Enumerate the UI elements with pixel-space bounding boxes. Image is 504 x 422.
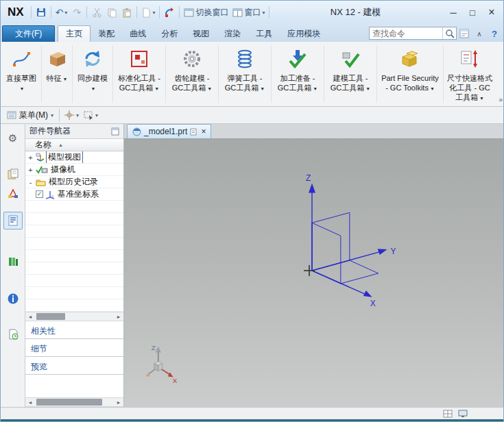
ribbon-group-machining-prep[interactable]: 加工准备 - GC工具箱▼	[272, 43, 323, 105]
scrollbar-track[interactable]	[35, 312, 114, 321]
tab-analysis[interactable]: 分析	[154, 26, 185, 42]
tab-render[interactable]: 渲染	[217, 26, 248, 42]
tree-empty-row	[25, 225, 123, 238]
hd3d-tools-button[interactable]	[3, 290, 23, 308]
assemblies-tool-button[interactable]	[162, 4, 177, 21]
menu-button[interactable]: 菜单(M) ▾	[3, 108, 57, 122]
tree-column-header[interactable]: 名称 ▲	[25, 139, 123, 151]
model-view: Z Y X Z X	[124, 139, 503, 407]
separator	[271, 45, 272, 103]
tree-item-label: 摄像机	[49, 164, 77, 175]
scroll-left-icon[interactable]: ◄	[25, 398, 35, 406]
copy-button[interactable]	[104, 4, 119, 21]
graphics-canvas[interactable]: Z Y X Z X	[124, 139, 503, 407]
scroll-right-icon[interactable]: ►	[114, 312, 123, 321]
tab-file[interactable]: 文件(F)	[2, 25, 55, 42]
tree-row-model-history[interactable]: - 模型历史记录	[25, 176, 123, 188]
sort-ascending-icon: ▲	[58, 142, 63, 147]
spring-tools-icon	[235, 46, 255, 72]
csys-z-label: Z	[306, 173, 311, 183]
selection-filter-button[interactable]: ▾	[81, 107, 100, 123]
ribbon-group-spring-tools[interactable]: 弹簧工具 - GC工具箱▼	[219, 43, 270, 105]
search-input[interactable]	[370, 28, 442, 38]
paste-button[interactable]	[119, 4, 134, 21]
ribbon-group-gear-modeling[interactable]: 齿轮建模 - GC工具箱▼	[167, 43, 217, 105]
switch-window-label: 切换窗口	[195, 7, 228, 18]
ribbon-group-feature[interactable]: 特征▼	[43, 43, 71, 105]
panel-pin-icon	[111, 127, 119, 136]
part-navigator-button[interactable]	[3, 212, 23, 229]
ribbon-group-dimension-format-tools[interactable]: 尺寸快速格式化工具 - GC工具箱▼	[444, 43, 495, 105]
window-menu-button[interactable]: 窗口 ▾	[230, 4, 267, 21]
redo-button[interactable]: ↷	[69, 4, 84, 21]
expander-icon[interactable]: +	[27, 153, 34, 162]
ribbon-group-standardize-tools[interactable]: 标准化工具 - GC工具箱▼	[114, 43, 165, 105]
history-button[interactable]	[3, 325, 23, 343]
tab-curve[interactable]: 曲线	[122, 26, 154, 42]
document-tab[interactable]: _model1.prt ×	[127, 124, 211, 138]
ribbon-group-part-file-security[interactable]: Part File Security - GC Toolkits▼	[378, 43, 442, 105]
scroll-left-icon[interactable]: ◄	[25, 312, 35, 321]
part-navigator-title: 部件导航器	[29, 125, 71, 137]
scroll-right-icon[interactable]: ►	[114, 398, 123, 406]
ribbon-overflow-icon[interactable]: »	[499, 96, 503, 103]
constraint-navigator-button[interactable]	[3, 184, 23, 202]
assembly-navigator-button[interactable]	[3, 165, 23, 183]
resource-settings-button[interactable]: ⚙	[3, 129, 23, 147]
ribbon-group-synchronous-modeling[interactable]: 同步建模▼	[73, 43, 112, 105]
tab-home[interactable]: 主页	[58, 25, 91, 42]
tab-close-icon[interactable]: ×	[201, 127, 206, 136]
section-details[interactable]: 细节	[25, 341, 123, 357]
close-button[interactable]: ×	[482, 4, 501, 21]
visibility-checkbox[interactable]: ✓	[36, 190, 43, 198]
section-dependencies[interactable]: 相关性	[25, 323, 123, 339]
reuse-library-button[interactable]	[3, 253, 23, 271]
panel-pin-button[interactable]	[111, 127, 119, 136]
ribbon-group-label: 直接草图▼	[4, 74, 38, 93]
scrollbar-thumb[interactable]	[36, 313, 65, 320]
tab-tools[interactable]: 工具	[248, 26, 280, 42]
tree-horizontal-scrollbar[interactable]: ◄ ►	[25, 312, 123, 321]
scrollbar-track[interactable]	[35, 398, 114, 406]
window-bottom-edge	[1, 419, 503, 421]
new-document-button[interactable]: ▾	[139, 4, 157, 21]
ribbon-group-label: 标准化工具 - GC工具箱▼	[116, 74, 163, 93]
grid-display-button[interactable]	[443, 410, 453, 418]
scrollbar-thumb[interactable]	[36, 399, 102, 406]
ribbon-group-direct-sketch[interactable]: 直接草图▼	[2, 43, 40, 105]
tab-assemblies[interactable]: 装配	[91, 26, 122, 42]
dropdown-arrow-icon: ▼	[63, 77, 68, 82]
switch-window-icon	[184, 8, 194, 17]
tree-row-datum-csys[interactable]: ✓ 基准坐标系	[25, 188, 123, 201]
panel-icon	[459, 29, 469, 38]
tab-view[interactable]: 视图	[185, 26, 217, 42]
expander-icon[interactable]: +	[27, 166, 34, 174]
switch-window-button[interactable]: 切换窗口	[182, 4, 230, 21]
triad-z-label: Z	[152, 344, 156, 351]
collapse-icon[interactable]: -	[27, 178, 34, 186]
maximize-button[interactable]: □	[463, 4, 482, 21]
dropdown-arrow-icon: ▼	[260, 86, 265, 91]
minimize-button[interactable]: ─	[444, 4, 463, 21]
minimize-ribbon-button[interactable]: ∧	[472, 27, 486, 40]
tab-application[interactable]: 应用模块	[280, 26, 328, 42]
panel-horizontal-scrollbar[interactable]: ◄ ►	[25, 397, 123, 407]
tree-row-cameras[interactable]: + 摄像机	[25, 164, 123, 176]
search-button[interactable]	[442, 27, 456, 39]
save-button[interactable]	[34, 4, 49, 21]
help-button[interactable]: ?	[488, 27, 501, 40]
display-mode-button[interactable]	[458, 410, 468, 418]
tree-empty-row	[25, 238, 123, 250]
ribbon-group-label: 齿轮建模 - GC工具箱▼	[169, 74, 215, 93]
cut-button[interactable]	[89, 4, 104, 21]
ribbon-group-label: 特征▼	[47, 74, 68, 84]
snap-point-button[interactable]: ▾	[62, 107, 81, 123]
ribbon-group-modeling-tools[interactable]: 建模工具 - GC工具箱▼	[325, 43, 376, 105]
undo-button[interactable]: ↶▾	[53, 4, 70, 21]
dropdown-arrow-icon: ▼	[313, 86, 317, 91]
tree-row-model-views[interactable]: + 模型视图	[25, 151, 123, 164]
tree-empty-row	[25, 299, 123, 312]
direct-sketch-icon	[11, 46, 32, 72]
command-finder-button[interactable]	[457, 27, 471, 40]
section-preview[interactable]: 预览	[25, 359, 123, 375]
